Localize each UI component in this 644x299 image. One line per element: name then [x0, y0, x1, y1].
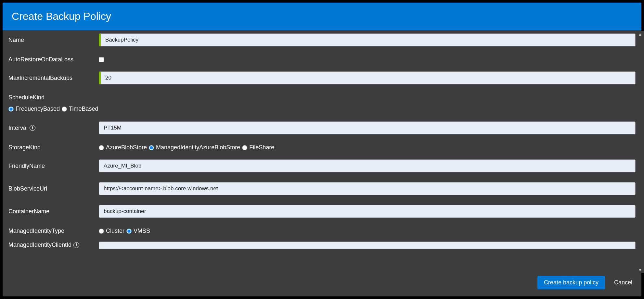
create-button[interactable]: Create backup policy — [537, 276, 605, 289]
schedule-time-label: TimeBased — [69, 106, 98, 112]
name-input[interactable] — [99, 33, 636, 46]
interval-label: Interval — [8, 125, 28, 131]
storage-fileshare-label: FileShare — [249, 144, 274, 151]
cancel-button[interactable]: Cancel — [614, 279, 632, 286]
container-name-input[interactable] — [99, 205, 636, 218]
scroll-up-icon[interactable]: ▲ — [638, 31, 641, 37]
name-label: Name — [8, 37, 99, 44]
scroll-down-icon[interactable]: ▼ — [638, 267, 641, 273]
max-incremental-label: MaxIncrementalBackups — [8, 75, 99, 81]
modal-title: Create Backup Policy — [3, 3, 641, 30]
create-backup-policy-modal: Create Backup Policy Name AutoRestoreOnD… — [3, 3, 641, 296]
friendly-name-input[interactable] — [99, 159, 636, 172]
storage-azureblob-radio[interactable] — [99, 145, 104, 150]
info-icon[interactable]: i — [73, 242, 79, 248]
info-icon[interactable]: i — [30, 125, 35, 131]
interval-input[interactable] — [99, 121, 636, 134]
blob-uri-label: BlobServiceUri — [8, 185, 99, 192]
container-name-label: ContainerName — [8, 208, 99, 215]
schedule-time-radio[interactable] — [62, 106, 67, 112]
modal-body: Name AutoRestoreOnDataLoss MaxIncrementa… — [3, 30, 641, 270]
friendly-name-label: FriendlyName — [8, 163, 99, 169]
storage-azureblob-label: AzureBlobStore — [106, 144, 147, 151]
schedule-kind-label: ScheduleKind — [8, 94, 636, 101]
mit-cluster-label: Cluster — [106, 228, 124, 234]
auto-restore-checkbox[interactable] — [99, 57, 104, 62]
managed-identity-clientid-input[interactable] — [99, 242, 636, 249]
mit-vmss-radio[interactable] — [126, 229, 132, 234]
schedule-kind-group: FrequencyBased TimeBased — [8, 106, 636, 112]
schedule-frequency-label: FrequencyBased — [16, 106, 60, 112]
storage-mi-azureblob-radio[interactable] — [149, 145, 154, 150]
auto-restore-label: AutoRestoreOnDataLoss — [8, 56, 99, 63]
storage-mi-azureblob-label: ManagedIdentityAzureBlobStore — [156, 144, 240, 151]
mit-vmss-label: VMSS — [134, 228, 150, 234]
schedule-frequency-radio[interactable] — [8, 106, 14, 112]
storage-fileshare-radio[interactable] — [242, 145, 247, 150]
scrollbar[interactable]: ▲ ▼ — [636, 31, 641, 273]
managed-identity-type-label: ManagedIdentityType — [8, 228, 99, 234]
storage-kind-label: StorageKind — [8, 144, 99, 151]
managed-identity-clientid-label: ManagedIdentityClientId — [8, 242, 71, 248]
modal-footer: Create backup policy Cancel — [3, 270, 641, 296]
max-incremental-input[interactable] — [99, 71, 636, 84]
storage-kind-group: AzureBlobStore ManagedIdentityAzureBlobS… — [99, 144, 276, 151]
blob-uri-input[interactable] — [99, 182, 636, 195]
mit-cluster-radio[interactable] — [99, 229, 104, 234]
managed-identity-type-group: Cluster VMSS — [99, 228, 151, 234]
